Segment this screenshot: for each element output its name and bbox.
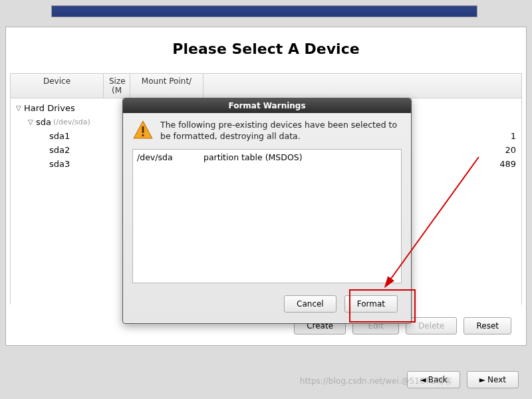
svg-rect-2	[142, 134, 144, 136]
partition-size: 20	[492, 145, 519, 155]
device-path: /dev/sda	[137, 152, 203, 162]
dialog-titlebar: Format Warnings	[123, 98, 411, 113]
partition-size: 1	[492, 131, 519, 141]
format-button[interactable]: Format	[344, 295, 398, 313]
installer-header-bar	[51, 5, 477, 17]
device-desc: partition table (MSDOS)	[203, 152, 303, 162]
col-mount: Mount Point/	[130, 74, 203, 98]
arrow-right-icon: ►	[479, 375, 485, 384]
dialog-buttons: Cancel Format	[123, 289, 411, 323]
warning-icon	[132, 120, 154, 144]
page-title: Please Select A Device	[6, 27, 526, 73]
col-size: Size (M	[104, 74, 130, 98]
delete-button: Delete	[406, 317, 457, 334]
dialog-body: The following pre-existing devices have …	[123, 113, 411, 148]
partition-label: sda1	[49, 131, 70, 141]
partition-label: sda3	[49, 159, 70, 169]
expander-icon: ▽	[16, 104, 24, 112]
dialog-device-list: /dev/sda partition table (MSDOS)	[132, 149, 402, 283]
disk-path: (/dev/sda)	[53, 118, 90, 126]
dialog-title-text: Format Warnings	[228, 101, 305, 110]
disk-label: sda	[36, 117, 51, 127]
tree-root-label: Hard Drives	[24, 103, 75, 113]
table-header: Device Size (M Mount Point/	[11, 74, 521, 98]
format-warnings-dialog: Format Warnings The following pre-existi…	[122, 98, 412, 324]
partition-size: 489	[492, 159, 519, 169]
svg-rect-1	[142, 126, 144, 133]
next-button[interactable]: ► Next	[467, 371, 519, 388]
next-label: Next	[487, 375, 506, 384]
cancel-button[interactable]: Cancel	[284, 295, 336, 313]
list-item: /dev/sda partition table (MSDOS)	[137, 152, 397, 162]
reset-button[interactable]: Reset	[464, 317, 511, 334]
partition-label: sda2	[49, 145, 70, 155]
col-device: Device	[11, 74, 104, 98]
dialog-message: The following pre-existing devices have …	[160, 120, 402, 144]
watermark: https://blog.csdn.net/wei.@51CTO博客	[300, 376, 452, 387]
expander-icon: ▽	[28, 118, 36, 126]
